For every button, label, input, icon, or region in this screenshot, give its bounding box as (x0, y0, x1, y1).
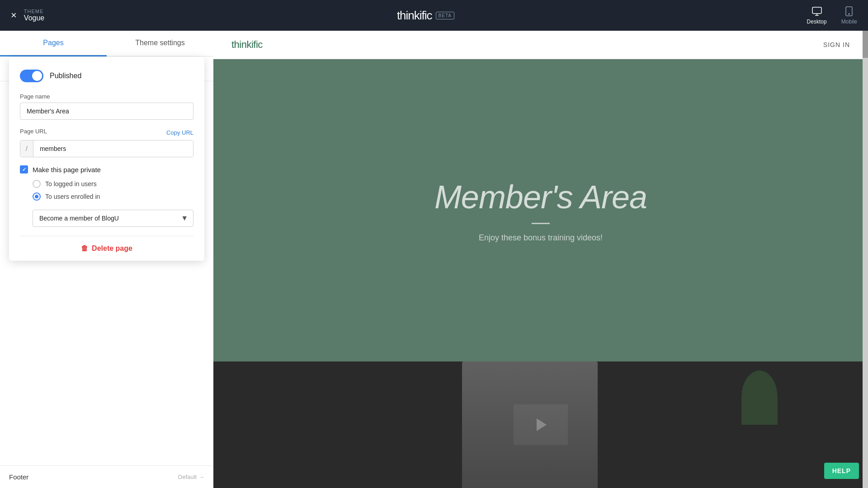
make-private-row: Make this page private (20, 165, 193, 174)
desktop-icon (811, 6, 822, 17)
popup-footer: 🗑 Delete page (20, 236, 193, 261)
published-toggle-row: Published (20, 70, 193, 82)
help-button[interactable]: HELP (824, 463, 859, 479)
sidebar: Pages Theme settings ← Member's Area ⚙ P… (0, 31, 213, 488)
url-input[interactable] (33, 141, 193, 157)
topbar-logo: thinkific (397, 9, 432, 23)
radio-enrolled[interactable] (33, 192, 41, 201)
background-person-figure (462, 361, 598, 488)
preview-scrollbar[interactable] (863, 31, 868, 488)
footer-default-label: Default → (178, 474, 204, 480)
dropdown-inner: Become a member of BlogU Another course … (33, 210, 193, 227)
background-plant-figure (741, 371, 778, 425)
topbar-theme-info: THEME Vogue (24, 9, 44, 22)
preview-nav: thinkific SIGN IN (213, 31, 868, 59)
delete-label: Delete page (92, 244, 132, 253)
footer-label: Footer (9, 473, 28, 481)
preview-content: thinkific SIGN IN Member's Area Enjoy th… (213, 31, 868, 488)
topbar-right: Desktop Mobile (807, 6, 857, 25)
radio-enrolled-row: To users enrolled in (33, 192, 193, 201)
sidebar-footer-item[interactable]: Footer Default → (0, 465, 213, 488)
beta-badge: BETA (436, 12, 454, 19)
enrollment-dropdown[interactable]: Become a member of BlogU Another course (33, 210, 193, 227)
mobile-icon (844, 6, 854, 17)
page-name-field-group: Page name (20, 93, 193, 120)
trash-icon: 🗑 (81, 244, 88, 253)
svg-point-4 (849, 14, 849, 14)
url-input-wrapper: / (20, 140, 193, 157)
preview-hero-subtitle: Enjoy these bonus training videos! (479, 233, 603, 243)
privacy-radio-group: To logged in users To users enrolled in … (20, 180, 193, 227)
topbar-left: × THEME Vogue (11, 9, 44, 22)
preview-area: thinkific SIGN IN Member's Area Enjoy th… (213, 31, 868, 488)
preview-hero-divider (532, 223, 550, 224)
mobile-label: Mobile (841, 19, 857, 25)
enrolled-dropdown-wrapper: Become a member of BlogU Another course … (33, 210, 193, 227)
tab-theme-settings[interactable]: Theme settings (107, 31, 213, 56)
radio-logged-in-row: To logged in users (33, 180, 193, 188)
preview-site: thinkific SIGN IN Member's Area Enjoy th… (213, 31, 868, 488)
published-toggle[interactable] (20, 70, 43, 82)
tab-pages[interactable]: Pages (0, 31, 107, 56)
svg-rect-0 (812, 7, 821, 14)
desktop-label: Desktop (807, 19, 827, 25)
preview-sign-in[interactable]: SIGN IN (823, 41, 850, 48)
desktop-view-button[interactable]: Desktop (807, 6, 827, 25)
published-label: Published (50, 72, 81, 80)
mobile-view-button[interactable]: Mobile (841, 6, 857, 25)
topbar: × THEME Vogue thinkific BETA Desktop Mob… (0, 0, 868, 31)
theme-label: THEME (24, 9, 44, 14)
close-button[interactable]: × (11, 9, 17, 21)
preview-bottom-section (213, 361, 868, 488)
radio-logged-in-label: To logged in users (45, 180, 97, 188)
url-slash: / (20, 141, 33, 157)
scrollbar-thumb (863, 31, 868, 58)
page-name-input[interactable] (20, 103, 193, 120)
arrow-icon: → (198, 474, 204, 480)
url-label-row: Page URL Copy URL (20, 128, 193, 137)
page-url-label: Page URL (20, 128, 47, 135)
sidebar-tabs: Pages Theme settings (0, 31, 213, 56)
preview-logo: thinkific (231, 39, 263, 51)
make-private-checkbox[interactable] (20, 165, 28, 174)
preview-hero-title: Member's Area (434, 178, 647, 216)
main-area: Pages Theme settings ← Member's Area ⚙ P… (0, 31, 868, 488)
delete-page-button[interactable]: 🗑 Delete page (20, 244, 193, 253)
make-private-label: Make this page private (33, 166, 101, 174)
theme-name: Vogue (24, 14, 44, 22)
copy-url-link[interactable]: Copy URL (166, 129, 193, 136)
page-name-label: Page name (20, 93, 193, 100)
radio-logged-in[interactable] (33, 180, 41, 188)
topbar-center: thinkific BETA (397, 9, 454, 23)
preview-hero: Member's Area Enjoy these bonus training… (213, 59, 868, 361)
settings-popup: Published Page name Page URL Copy URL / (9, 57, 204, 261)
page-url-field-group: Page URL Copy URL / (20, 128, 193, 157)
radio-enrolled-label: To users enrolled in (45, 193, 100, 200)
